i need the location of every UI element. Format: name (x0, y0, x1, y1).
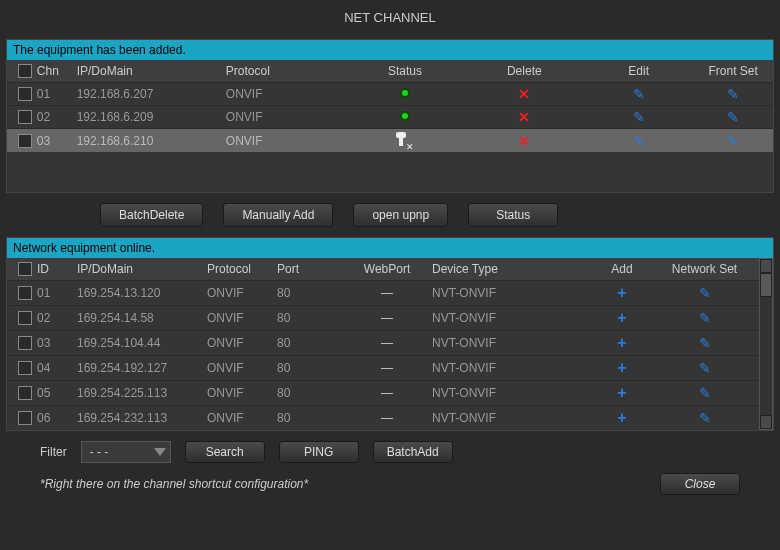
cell-device: NVT-ONVIF (432, 336, 587, 350)
col-protocol: Protocol (207, 262, 277, 276)
batch-add-button[interactable]: BatchAdd (373, 441, 453, 463)
filter-select[interactable]: - - - (81, 441, 171, 463)
netset-icon[interactable]: ✎ (699, 385, 711, 401)
edit-icon[interactable]: ✎ (633, 86, 645, 102)
frontset-icon[interactable]: ✎ (727, 86, 739, 102)
table-row[interactable]: 04169.254.192.127ONVIF80—NVT-ONVIF+✎ (7, 355, 759, 380)
row-checkbox[interactable] (18, 336, 32, 350)
ping-button[interactable]: PING (279, 441, 359, 463)
status-offline-icon: ✕ (394, 135, 416, 149)
chevron-down-icon (154, 448, 166, 456)
online-header: Network equipment online. (7, 238, 773, 258)
frontset-icon[interactable]: ✎ (727, 133, 739, 149)
cell-id: 01 (37, 286, 77, 300)
col-device: Device Type (432, 262, 587, 276)
netset-icon[interactable]: ✎ (699, 410, 711, 426)
col-port: Port (277, 262, 342, 276)
hint-row: *Right there on the channel shortcut con… (0, 469, 780, 499)
row-checkbox[interactable] (18, 87, 32, 101)
scroll-thumb[interactable] (760, 273, 772, 297)
row-checkbox[interactable] (18, 311, 32, 325)
added-panel: The equipment has been added. Chn IP/DoM… (6, 39, 774, 193)
scroll-up-icon[interactable] (760, 259, 772, 273)
cell-protocol: ONVIF (226, 134, 345, 148)
cell-chn: 02 (37, 110, 77, 124)
col-id: ID (37, 262, 77, 276)
netset-icon[interactable]: ✎ (699, 310, 711, 326)
edit-icon[interactable]: ✎ (633, 133, 645, 149)
table-row[interactable]: 06169.254.232.113ONVIF80—NVT-ONVIF+✎ (7, 405, 759, 430)
manually-add-button[interactable]: Manually Add (223, 203, 333, 227)
filter-row: Filter - - - Search PING BatchAdd (0, 435, 780, 469)
select-all-bottom-checkbox[interactable] (18, 262, 32, 276)
cell-webport: — (342, 361, 432, 375)
netset-icon[interactable]: ✎ (699, 285, 711, 301)
cell-chn: 01 (37, 87, 77, 101)
cell-protocol: ONVIF (207, 361, 277, 375)
added-table-head: Chn IP/DoMain Protocol Status Delete Edi… (7, 60, 773, 82)
col-add: Add (587, 262, 657, 276)
frontset-icon[interactable]: ✎ (727, 109, 739, 125)
table-row[interactable]: 02192.168.6.209ONVIF✕✎✎ (7, 105, 773, 128)
cell-device: NVT-ONVIF (432, 386, 587, 400)
table-row[interactable]: 05169.254.225.113ONVIF80—NVT-ONVIF+✎ (7, 380, 759, 405)
cell-webport: — (342, 411, 432, 425)
filter-selected: - - - (90, 445, 109, 459)
scrollbar[interactable] (759, 258, 773, 430)
scroll-down-icon[interactable] (760, 415, 772, 429)
add-icon[interactable]: + (617, 284, 626, 301)
cell-webport: — (342, 336, 432, 350)
search-button[interactable]: Search (185, 441, 265, 463)
cell-port: 80 (277, 311, 342, 325)
col-ip: IP/DoMain (77, 262, 207, 276)
row-checkbox[interactable] (18, 110, 32, 124)
netset-icon[interactable]: ✎ (699, 335, 711, 351)
cell-id: 04 (37, 361, 77, 375)
add-icon[interactable]: + (617, 409, 626, 426)
add-icon[interactable]: + (617, 359, 626, 376)
row-checkbox[interactable] (18, 361, 32, 375)
add-icon[interactable]: + (617, 334, 626, 351)
col-frontset: Front Set (693, 64, 773, 78)
row-checkbox[interactable] (18, 386, 32, 400)
row-checkbox[interactable] (18, 411, 32, 425)
cell-id: 06 (37, 411, 77, 425)
add-icon[interactable]: + (617, 384, 626, 401)
cell-ip: 169.254.104.44 (77, 336, 207, 350)
cell-ip: 169.254.14.58 (77, 311, 207, 325)
table-row[interactable]: 03169.254.104.44ONVIF80—NVT-ONVIF+✎ (7, 330, 759, 355)
open-upnp-button[interactable]: open upnp (353, 203, 448, 227)
col-protocol: Protocol (226, 64, 345, 78)
table-row[interactable]: 01169.254.13.120ONVIF80—NVT-ONVIF+✎ (7, 280, 759, 305)
close-button[interactable]: Close (660, 473, 740, 495)
delete-icon[interactable]: ✕ (518, 133, 530, 149)
row-checkbox[interactable] (18, 134, 32, 148)
cell-chn: 03 (37, 134, 77, 148)
delete-icon[interactable]: ✕ (518, 86, 530, 102)
cell-protocol: ONVIF (207, 286, 277, 300)
add-icon[interactable]: + (617, 309, 626, 326)
cell-device: NVT-ONVIF (432, 286, 587, 300)
cell-webport: — (342, 286, 432, 300)
delete-icon[interactable]: ✕ (518, 109, 530, 125)
cell-id: 05 (37, 386, 77, 400)
mid-button-row: BatchDelete Manually Add open upnp Statu… (0, 197, 780, 233)
page-title: NET CHANNEL (0, 0, 780, 35)
status-button[interactable]: Status (468, 203, 558, 227)
status-ok-icon (400, 111, 410, 121)
table-row[interactable]: 01192.168.6.207ONVIF✕✎✎ (7, 82, 773, 105)
cell-id: 03 (37, 336, 77, 350)
status-ok-icon (400, 88, 410, 98)
col-edit: Edit (584, 64, 693, 78)
cell-ip: 169.254.13.120 (77, 286, 207, 300)
table-row[interactable]: 03192.168.6.210ONVIF✕✕✎✎ (7, 128, 773, 152)
row-checkbox[interactable] (18, 286, 32, 300)
edit-icon[interactable]: ✎ (633, 109, 645, 125)
cell-webport: — (342, 311, 432, 325)
batch-delete-button[interactable]: BatchDelete (100, 203, 203, 227)
table-row[interactable]: 02169.254.14.58ONVIF80—NVT-ONVIF+✎ (7, 305, 759, 330)
netset-icon[interactable]: ✎ (699, 360, 711, 376)
cell-ip: 169.254.192.127 (77, 361, 207, 375)
select-all-top-checkbox[interactable] (18, 64, 32, 78)
cell-port: 80 (277, 411, 342, 425)
